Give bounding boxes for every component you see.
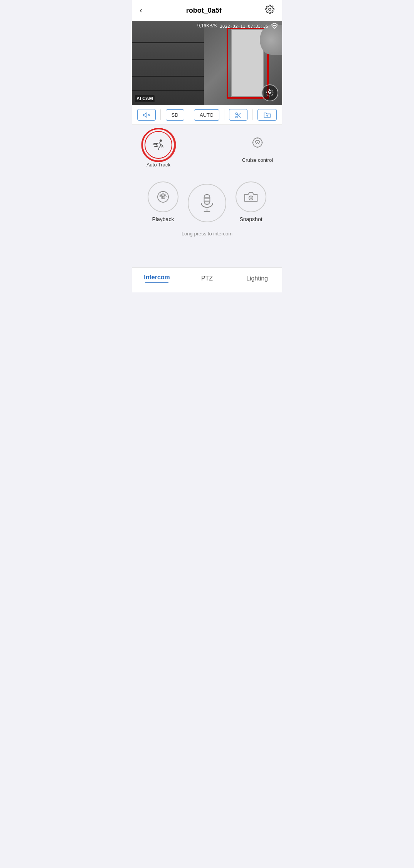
page-title: robot_0a5f — [186, 7, 222, 15]
snapshot-circle[interactable] — [236, 181, 266, 212]
tab-ptz[interactable]: PTZ — [182, 275, 232, 282]
tab-lighting-label: Lighting — [246, 275, 268, 282]
svg-point-0 — [269, 8, 271, 10]
playback-button[interactable]: Playback — [148, 181, 178, 222]
snapshot-button[interactable]: Snapshot — [236, 181, 266, 222]
divider-2 — [189, 109, 189, 120]
timestamp: 2022-02-11 07:33:35 — [220, 24, 268, 29]
cruise-control-label: Cruise control — [242, 157, 273, 163]
svg-line-16 — [239, 116, 241, 118]
auto-track-label: Auto Track — [146, 162, 170, 168]
auto-track-circle[interactable] — [145, 131, 172, 159]
intercom-hint-container: Long press to intercom — [182, 222, 232, 252]
bottom-tabs: Intercom PTZ Lighting — [132, 267, 282, 292]
tab-intercom[interactable]: Intercom — [132, 274, 182, 283]
cruise-icon-wrap — [246, 131, 269, 154]
svg-point-4 — [269, 92, 270, 94]
auto-track-feature[interactable]: Auto Track — [141, 131, 176, 168]
tab-intercom-underline — [145, 282, 168, 283]
door — [231, 29, 264, 97]
svg-point-25 — [257, 138, 258, 139]
svg-point-12 — [236, 113, 238, 115]
camera-feed-container: 9,16KB/S 2022-02-11 07:33:35 AI CAM — [132, 21, 282, 105]
action-section: Playback — [132, 174, 282, 252]
svg-point-1 — [274, 28, 275, 29]
controls-bar: SD AUTO — [132, 105, 282, 125]
divider-4 — [252, 109, 253, 120]
back-button[interactable]: ‹ — [140, 5, 142, 15]
shelf-area — [132, 21, 204, 105]
features-row: Auto Track Cruise control — [132, 125, 282, 174]
svg-point-2 — [269, 91, 271, 93]
svg-marker-9 — [144, 113, 146, 118]
snapshot-label: Snapshot — [239, 216, 262, 222]
action-row: Playback — [132, 181, 282, 222]
svg-point-40 — [250, 197, 252, 199]
auto-button[interactable]: AUTO — [194, 109, 219, 121]
svg-point-26 — [257, 147, 258, 148]
tab-ptz-label: PTZ — [201, 275, 213, 282]
spacer — [132, 252, 282, 267]
camera-feed — [132, 21, 282, 105]
tab-intercom-label: Intercom — [144, 274, 170, 281]
svg-point-28 — [261, 142, 263, 143]
ai-cam-label: AI CAM — [135, 95, 155, 102]
intercom-button[interactable] — [188, 184, 226, 222]
playback-circle[interactable] — [148, 181, 178, 212]
playback-label: Playback — [152, 216, 174, 222]
tab-lighting[interactable]: Lighting — [232, 275, 282, 282]
divider-3 — [224, 109, 224, 120]
mute-button[interactable] — [137, 109, 156, 121]
divider — [160, 109, 161, 120]
settings-button[interactable] — [265, 5, 274, 16]
sd-button[interactable]: SD — [166, 109, 184, 121]
cut-button[interactable] — [229, 109, 247, 121]
svg-point-39 — [249, 196, 253, 200]
cruise-control-feature[interactable]: Cruise control — [242, 131, 273, 163]
intercom-circle[interactable] — [188, 184, 226, 222]
svg-point-19 — [160, 139, 162, 142]
intercom-hint: Long press to intercom — [182, 231, 232, 244]
header: ‹ robot_0a5f — [132, 0, 282, 21]
wifi-icon — [271, 23, 278, 31]
folder-button[interactable] — [257, 109, 277, 121]
svg-point-27 — [252, 142, 253, 143]
speed-indicator: 9,16KB/S — [197, 23, 217, 29]
